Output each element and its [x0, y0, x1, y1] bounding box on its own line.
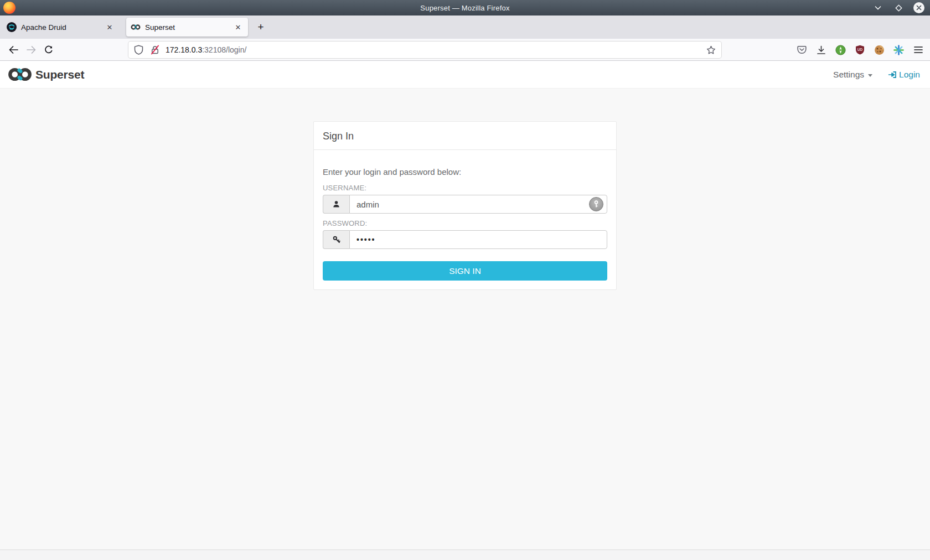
- login-label: Login: [899, 70, 920, 80]
- password-manager-key-icon[interactable]: [589, 197, 603, 211]
- url-bar[interactable]: 172.18.0.3:32108/login/: [128, 42, 721, 58]
- page-footer: [0, 549, 930, 560]
- pocket-icon[interactable]: [792, 42, 812, 58]
- tab-close-icon[interactable]: ✕: [104, 22, 115, 33]
- tab-label: Superset: [145, 23, 232, 32]
- brand-title: Superset: [35, 68, 84, 81]
- signin-card-body: Enter your login and password below: USE…: [314, 150, 616, 289]
- window-titlebar: Superset — Mozilla Firefox: [0, 0, 930, 15]
- back-button[interactable]: [4, 42, 22, 58]
- bookmark-star-icon[interactable]: [706, 45, 716, 55]
- download-icon[interactable]: [812, 42, 831, 58]
- user-icon: [323, 195, 349, 214]
- superset-favicon-icon: [131, 22, 141, 32]
- login-link[interactable]: Login: [888, 70, 920, 80]
- password-label: PASSWORD:: [323, 219, 607, 227]
- signin-card: Sign In Enter your login and password be…: [313, 121, 617, 290]
- url-text[interactable]: 172.18.0.3:32108/login/: [166, 45, 706, 54]
- page-body: Sign In Enter your login and password be…: [0, 89, 930, 549]
- reload-button[interactable]: [40, 42, 58, 58]
- close-icon[interactable]: [913, 2, 924, 13]
- signin-card-header: Sign In: [314, 122, 616, 150]
- key-icon: [323, 230, 349, 249]
- password-input[interactable]: [349, 230, 607, 249]
- tab-apache-druid[interactable]: Apache Druid ✕: [2, 18, 120, 37]
- menu-icon[interactable]: [908, 42, 928, 58]
- svg-text:UD: UD: [857, 48, 863, 51]
- superset-brand[interactable]: Superset: [8, 67, 84, 82]
- starburst-extension-icon[interactable]: [889, 42, 908, 58]
- tab-strip: Apache Druid ✕ Superset ✕ +: [0, 15, 930, 39]
- maximize-icon[interactable]: [893, 2, 904, 13]
- sign-in-arrow-icon: [888, 70, 897, 79]
- superset-navbar: Superset Settings Login: [0, 61, 930, 89]
- browser-window: Superset — Mozilla Firefox: [0, 0, 930, 560]
- username-group: [323, 195, 607, 214]
- tab-superset[interactable]: Superset ✕: [126, 18, 248, 37]
- forward-button[interactable]: [22, 42, 40, 58]
- green-extension-icon[interactable]: [831, 42, 850, 58]
- insecure-lock-icon[interactable]: [150, 45, 160, 55]
- chevron-down-icon: [868, 74, 872, 77]
- superset-logo-icon: [8, 67, 32, 82]
- signin-instructions: Enter your login and password below:: [323, 167, 607, 177]
- druid-favicon-icon: [7, 22, 17, 32]
- settings-label: Settings: [833, 70, 864, 80]
- signin-title: Sign In: [323, 131, 354, 142]
- url-path: :32108/login/: [202, 45, 246, 54]
- cookie-extension-icon[interactable]: [870, 42, 889, 58]
- username-input[interactable]: [349, 195, 607, 214]
- shield-extension-icon[interactable]: UD: [850, 42, 870, 58]
- minimize-icon[interactable]: [872, 2, 884, 13]
- settings-menu[interactable]: Settings: [833, 70, 872, 80]
- sign-in-button[interactable]: SIGN IN: [323, 261, 607, 281]
- navbar-right: Settings Login: [833, 61, 920, 89]
- password-group: [323, 230, 607, 249]
- toolbar-extensions: UD: [792, 39, 928, 61]
- tab-close-icon[interactable]: ✕: [232, 22, 244, 33]
- window-controls: [872, 0, 924, 15]
- new-tab-button[interactable]: +: [254, 20, 268, 34]
- tracking-shield-icon[interactable]: [134, 45, 143, 55]
- window-title: Superset — Mozilla Firefox: [420, 4, 509, 12]
- firefox-logo-icon: [3, 2, 16, 14]
- username-label: USERNAME:: [323, 184, 607, 192]
- navigation-toolbar: 172.18.0.3:32108/login/ UD: [0, 39, 930, 61]
- tab-label: Apache Druid: [21, 23, 104, 32]
- url-host: 172.18.0.3: [166, 45, 202, 54]
